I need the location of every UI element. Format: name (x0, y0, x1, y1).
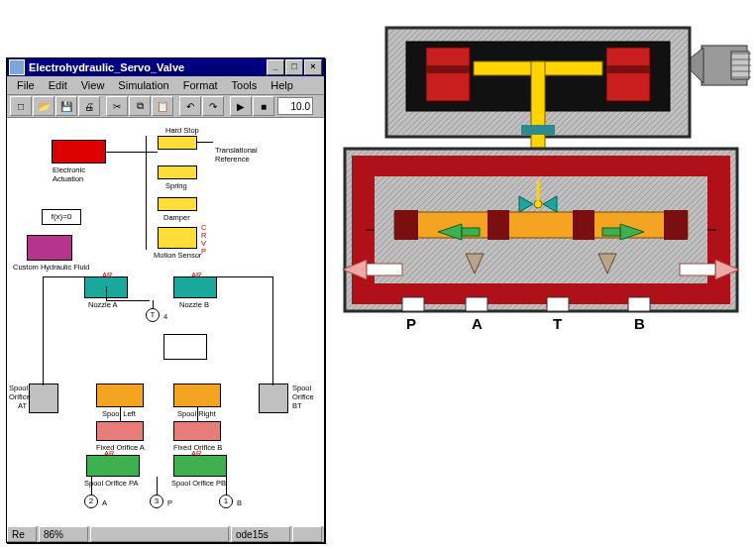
block-fx0[interactable]: f(x)=0 (42, 209, 81, 225)
label-motion-sensor: Motion Sensor (154, 251, 201, 260)
cut-button[interactable]: ✂ (106, 96, 128, 116)
undo-button[interactable]: ↶ (179, 96, 201, 116)
block-motion-sensor[interactable] (158, 227, 197, 249)
svg-rect-31 (367, 264, 402, 275)
toolbar: □ 📂 💾 🖨 ✂ ⧉ 📋 ↶ ↷ ▶ ■ (7, 95, 324, 118)
statusbar: Re 86% ode15s (7, 525, 324, 542)
block-port-b[interactable]: 1 (219, 494, 233, 508)
block-custom-fluid[interactable] (27, 235, 72, 261)
block-spool-orifice-at[interactable] (29, 384, 58, 413)
block-t-port[interactable]: T (146, 308, 160, 322)
label-port-p: P (167, 498, 172, 507)
svg-rect-39 (628, 297, 650, 311)
valve-port-b: B (634, 315, 645, 332)
app-icon (9, 59, 25, 75)
svg-rect-11 (531, 61, 545, 151)
block-spring[interactable] (158, 165, 197, 179)
stop-time-field[interactable] (277, 97, 313, 115)
svg-rect-19 (487, 210, 509, 240)
close-button[interactable]: × (304, 59, 322, 75)
label-num4: 4 (163, 312, 167, 321)
block-port-a[interactable]: 2 (84, 494, 98, 508)
open-button[interactable]: 📂 (33, 96, 54, 116)
svg-rect-7 (606, 48, 650, 101)
label-damper: Damper (163, 213, 190, 222)
start-sim-button[interactable]: ▶ (230, 96, 252, 116)
menu-help[interactable]: Help (265, 78, 299, 92)
block-spool-left[interactable] (96, 384, 144, 407)
svg-rect-6 (426, 48, 470, 101)
valve-port-a: A (472, 315, 483, 332)
status-solver: ode15s (231, 526, 290, 542)
svg-rect-33 (680, 264, 715, 275)
block-fixed-orifice-b[interactable] (173, 421, 221, 441)
pin-ar-nozzle-a: AR (102, 271, 112, 279)
block-electronic-actuation[interactable] (52, 140, 106, 164)
label-port-b: B (237, 498, 242, 507)
status-ready: Re (7, 526, 37, 542)
label-nozzle-b: Nozzle B (179, 300, 209, 309)
label-custom-fluid: Custom Hydraulic Fluid (13, 263, 90, 272)
block-nozzle-b[interactable] (173, 276, 217, 298)
save-button[interactable]: 💾 (55, 96, 77, 116)
label-nozzle-a: Nozzle A (88, 300, 118, 309)
maximize-button[interactable]: □ (285, 59, 303, 75)
menu-edit[interactable]: Edit (43, 78, 73, 92)
stop-sim-button[interactable]: ■ (253, 96, 274, 116)
label-spool-orifice-pb: Spool Orifice PB (171, 479, 226, 488)
titlebar[interactable]: Electrohydraulic_Servo_Valve _ □ × (7, 58, 324, 76)
pin-ar-pa: AR (104, 449, 114, 458)
block-damper[interactable] (158, 197, 197, 211)
valve-port-t: T (553, 315, 562, 332)
status-spacer (90, 526, 229, 542)
menu-view[interactable]: View (75, 78, 111, 92)
menu-tools[interactable]: Tools (226, 78, 264, 92)
svg-rect-9 (606, 65, 650, 73)
valve-illustration: P A T B (335, 0, 751, 337)
label-spool-orifice-pa: Spool Orifice PA (84, 479, 138, 488)
block-hard-stop[interactable] (158, 136, 197, 150)
status-tail (292, 526, 322, 542)
svg-rect-20 (573, 210, 594, 240)
new-button[interactable]: □ (10, 96, 32, 116)
label-hard-stop: Hard Stop (165, 126, 199, 135)
block-fixed-orifice-a[interactable] (96, 421, 144, 441)
label-port-a: A (102, 498, 107, 507)
label-spool-orifice-at: SpoolOrificeAT (9, 384, 27, 410)
svg-rect-17 (394, 212, 688, 238)
svg-rect-8 (426, 65, 470, 73)
block-spool-right[interactable] (173, 384, 221, 407)
svg-rect-37 (466, 297, 487, 311)
valve-port-p: P (406, 315, 416, 332)
pin-ar-pb: AR (191, 449, 201, 458)
paste-button[interactable]: 📋 (152, 96, 173, 116)
label-spool-left: Spool Left (102, 409, 136, 418)
print-button[interactable]: 🖨 (78, 96, 100, 116)
svg-rect-18 (394, 210, 418, 240)
label-electronic-actuation: ElectronicActuation (53, 165, 85, 183)
block-mid-sensor[interactable] (163, 334, 207, 360)
menu-simulation[interactable]: Simulation (112, 78, 174, 92)
svg-rect-27 (462, 228, 480, 236)
diagram-canvas[interactable]: ElectronicActuation Hard Stop Translatio… (7, 118, 324, 525)
pin-ar-nozzle-b: AR (191, 271, 201, 279)
block-spool-orifice-pa[interactable] (86, 455, 140, 477)
copy-button[interactable]: ⧉ (129, 96, 151, 116)
menu-file[interactable]: File (11, 78, 41, 92)
pin-p: P (201, 247, 206, 256)
block-port-p[interactable]: 3 (150, 494, 163, 508)
svg-rect-36 (402, 297, 424, 311)
minimize-button[interactable]: _ (267, 59, 284, 75)
block-spool-orifice-pb[interactable] (173, 455, 227, 477)
label-trans-ref: TranslationalReference (215, 146, 258, 164)
simulink-window: Electrohydraulic_Servo_Valve _ □ × File … (6, 57, 325, 543)
menubar: File Edit View Simulation Format Tools H… (7, 76, 324, 95)
svg-rect-13 (521, 125, 555, 135)
menu-format[interactable]: Format (177, 78, 224, 92)
svg-rect-29 (602, 228, 620, 236)
label-spool-orifice-bt: SpoolOrificeBT (292, 384, 314, 410)
svg-rect-38 (547, 297, 569, 311)
status-progress: 86% (39, 526, 88, 542)
block-spool-orifice-bt[interactable] (259, 384, 288, 413)
redo-button[interactable]: ↷ (202, 96, 224, 116)
